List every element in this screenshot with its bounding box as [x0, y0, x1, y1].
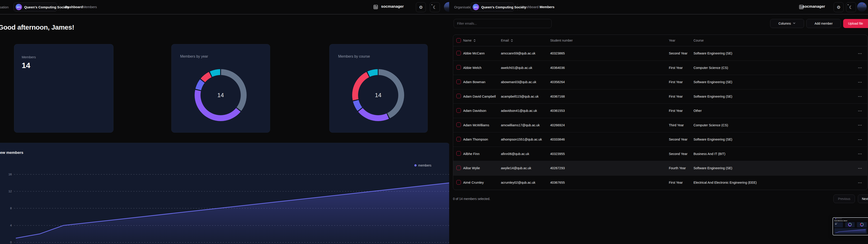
user-avatar[interactable]	[857, 2, 867, 12]
donut-center-value: 14	[375, 92, 381, 99]
row-checkbox[interactable]	[456, 151, 461, 156]
cell-course: Electrical And Electronic Engineering (E…	[693, 181, 853, 184]
row-actions-ellipsis-icon[interactable]: ⋯	[858, 151, 862, 156]
cell-course: Software Engineering (SE)	[693, 80, 853, 84]
row-checkbox[interactable]	[456, 122, 461, 127]
row-actions-ellipsis-icon[interactable]: ⋯	[858, 65, 862, 70]
row-actions-ellipsis-icon[interactable]: ⋯	[858, 123, 862, 127]
table-row[interactable]: Adam David Campbell acampbell115@qub.ac.…	[453, 89, 867, 104]
table-row[interactable]: Abbie Welch awelch01@qub.ac.uk 40364036 …	[453, 61, 867, 75]
sort-icon	[473, 39, 476, 42]
cell-year: First Year	[669, 80, 693, 84]
table-row[interactable]: Adam Thompson athompson1551@qub.ac.uk 40…	[453, 132, 867, 147]
table-row[interactable]: Adam Davidson adavidson41@qub.ac.uk 4036…	[453, 104, 867, 118]
table-row[interactable]: Ailise Wylie awylie14@qub.ac.uk 40267293…	[453, 161, 867, 176]
previous-page-button[interactable]: Previous	[833, 194, 855, 203]
cell-student-number: 40367168	[550, 95, 669, 98]
pip-year-card	[845, 222, 855, 227]
row-actions-ellipsis-icon[interactable]: ⋯	[858, 109, 862, 113]
cell-student-number: 40323955	[550, 152, 669, 156]
members-table: Name Email Student number Year Course	[453, 35, 868, 190]
cell-year: Second Year	[669, 138, 693, 141]
row-actions-ellipsis-icon[interactable]: ⋯	[858, 166, 862, 171]
selection-status: 0 of 14 members selected.	[453, 197, 490, 201]
cell-student-number: 40267293	[550, 166, 669, 170]
next-page-button[interactable]: Next	[858, 194, 868, 203]
org-section-label: Organisation	[0, 5, 8, 9]
row-checkbox[interactable]	[456, 65, 461, 69]
cell-year: Second Year	[669, 52, 693, 55]
members-by-year-card: Members by year 14	[171, 44, 270, 133]
cell-student-number: 40333846	[550, 138, 669, 141]
row-checkbox[interactable]	[456, 180, 461, 185]
cell-course: Software Engineering (SE)	[693, 95, 853, 98]
settings-button[interactable]: ⚙	[416, 2, 426, 12]
row-actions-ellipsis-icon[interactable]: ⋯	[858, 51, 862, 56]
table-row[interactable]: Aimé Crumley acrumley02@qub.ac.uk 403676…	[453, 176, 867, 190]
upload-file-button[interactable]: Upload file	[843, 19, 868, 28]
org-name: Queen's Computing Society	[481, 5, 526, 9]
add-member-button[interactable]: Add member	[806, 19, 841, 28]
table-row[interactable]: Adam Bowman abowman03@qub.ac.uk 40358264…	[453, 75, 867, 89]
row-checkbox[interactable]	[456, 165, 461, 170]
pip-greeting: Good afternoon, James!	[834, 220, 847, 221]
cell-email: abowman03@qub.ac.uk	[501, 80, 550, 84]
header-name[interactable]: Name	[463, 39, 501, 42]
theme-toggle-button[interactable]: ☾✦	[846, 2, 856, 12]
cell-year: First Year	[669, 95, 693, 98]
cell-year: Third Year	[669, 123, 693, 127]
row-checkbox[interactable]	[456, 137, 461, 142]
cell-year: First Year	[669, 66, 693, 69]
org-switcher[interactable]: QCS Queen's Computing Society	[471, 2, 514, 11]
row-actions-ellipsis-icon[interactable]: ⋯	[858, 180, 862, 185]
header-student-number: Student number	[550, 39, 669, 42]
header-email[interactable]: Email	[501, 39, 550, 42]
cell-name: Aimé Crumley	[463, 181, 501, 184]
tab-dashboard[interactable]: Dashboard	[65, 5, 83, 9]
row-actions-ellipsis-icon[interactable]: ⋯	[858, 137, 862, 142]
row-actions-ellipsis-icon[interactable]: ⋯	[858, 80, 862, 85]
cell-student-number: 40358264	[550, 80, 669, 84]
greeting-heading: Good afternoon, James!	[0, 24, 74, 31]
org-switcher[interactable]: QCS Queen's Computing Society	[13, 2, 57, 11]
columns-button[interactable]: Columns	[770, 19, 804, 28]
cell-name: Ailise Wylie	[463, 166, 501, 170]
user-avatar[interactable]	[444, 2, 449, 12]
row-checkbox[interactable]	[456, 51, 461, 55]
org-logo-icon: QCS	[473, 4, 479, 10]
table-row[interactable]: Ailbhe Finn afinn06@qub.ac.uk 40323955 S…	[453, 147, 867, 161]
pip-org-pill	[836, 218, 842, 219]
cell-email: acrumley02@qub.ac.uk	[501, 181, 550, 184]
table-header-row: Name Email Student number Year Course	[453, 35, 867, 46]
tab-members[interactable]: Members	[539, 5, 555, 9]
sort-icon	[510, 39, 514, 42]
theme-toggle-button[interactable]: ☾✦	[430, 2, 440, 12]
members-by-course-donut: 14	[352, 69, 404, 121]
cell-student-number: 40361553	[550, 109, 669, 113]
cell-email: adavidson41@qub.ac.uk	[501, 109, 550, 113]
tab-dashboard[interactable]: Dashboard	[522, 5, 538, 9]
cell-student-number: 40367655	[550, 181, 669, 184]
table-row[interactable]: Adam McWilliams amcwilliams17@qub.ac.uk …	[453, 118, 867, 133]
row-checkbox[interactable]	[456, 80, 461, 84]
navbar: Organisation QCS Queen's Computing Socie…	[449, 0, 868, 14]
filter-emails-input[interactable]	[454, 19, 552, 28]
row-checkbox[interactable]	[456, 94, 461, 98]
cell-course: Other	[693, 109, 853, 113]
app-logo-grid-icon	[373, 5, 378, 10]
cell-course: Software Engineering (SE)	[693, 138, 853, 141]
select-all-checkbox[interactable]	[456, 38, 461, 43]
cell-year: Fourth Year	[669, 166, 693, 170]
members-by-course-title: Members by course	[338, 55, 370, 59]
cell-email: amccann59@qub.ac.uk	[501, 52, 550, 55]
cell-year: First Year	[669, 181, 693, 184]
row-actions-ellipsis-icon[interactable]: ⋯	[858, 94, 862, 99]
row-checkbox[interactable]	[456, 108, 461, 113]
screen-preview-window[interactable]: Good afternoon, James! 14	[833, 217, 868, 236]
gear-icon: ⚙	[419, 5, 423, 10]
table-row[interactable]: Abbie McCann amccann59@qub.ac.uk 4032386…	[453, 46, 867, 61]
settings-button[interactable]: ⚙	[834, 2, 844, 12]
screen-members: Organisation QCS Queen's Computing Socie…	[449, 0, 868, 244]
gear-icon: ⚙	[837, 5, 840, 10]
tab-members[interactable]: Members	[83, 5, 97, 9]
